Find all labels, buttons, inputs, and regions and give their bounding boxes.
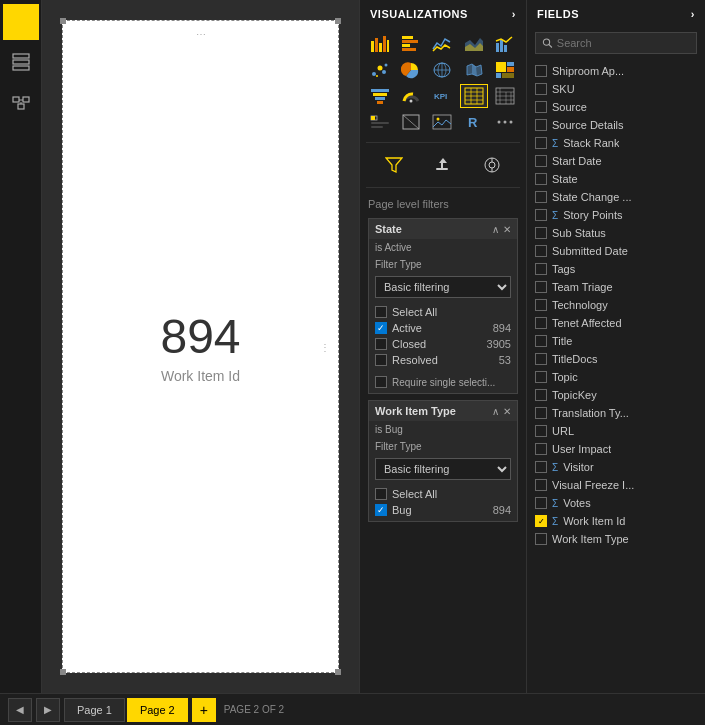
field-checkbox[interactable] [535,65,547,77]
viz-shape-icon[interactable] [397,110,425,134]
field-checkbox[interactable] [535,317,547,329]
page-next-btn[interactable]: ▶ [36,698,60,722]
viz-bar-icon[interactable] [366,32,394,56]
field-item[interactable]: Start Date [527,152,705,170]
viz-col-icon[interactable] [397,32,425,56]
right-handle[interactable]: ⋮ [320,341,330,352]
field-checkbox[interactable] [535,335,547,347]
state-filter-option-resolved[interactable]: Resolved 53 [375,352,511,368]
field-checkbox[interactable] [535,281,547,293]
field-item[interactable]: ΣVisitor [527,458,705,476]
field-checkbox[interactable] [535,263,547,275]
field-item[interactable]: Tenet Affected [527,314,705,332]
report-icon[interactable] [3,4,39,40]
viz-kpi-icon[interactable]: KPI [428,84,456,108]
field-item[interactable]: Source Details [527,116,705,134]
work-item-type-bug-checkbox[interactable] [375,504,387,516]
field-checkbox[interactable] [535,353,547,365]
viz-image-icon[interactable] [428,110,456,134]
field-checkbox[interactable] [535,479,547,491]
field-item[interactable]: State Change ... [527,188,705,206]
field-item[interactable]: Visual Freeze I... [527,476,705,494]
state-filter-collapse[interactable]: ∧ [492,224,499,235]
work-item-type-filter-option-selectall[interactable]: Select All [375,486,511,502]
viz-panel-chevron[interactable]: › [512,8,516,20]
viz-gauge-icon[interactable] [397,84,425,108]
field-item[interactable]: Work Item Type [527,530,705,548]
field-checkbox[interactable] [535,389,547,401]
viz-scatter-icon[interactable] [366,58,394,82]
field-item[interactable]: ΣStory Points [527,206,705,224]
resize-handle-tr[interactable] [335,18,341,24]
state-select-all-checkbox[interactable] [375,306,387,318]
viz-area-icon[interactable] [460,32,488,56]
field-checkbox[interactable] [535,497,547,509]
viz-r-icon[interactable]: R [460,110,488,134]
field-checkbox[interactable] [535,299,547,311]
field-item[interactable]: Shiproom Ap... [527,62,705,80]
field-item[interactable]: Sub Status [527,224,705,242]
state-resolved-checkbox[interactable] [375,354,387,366]
field-item[interactable]: Tags [527,260,705,278]
work-item-type-filter-close[interactable]: ✕ [503,406,511,417]
state-closed-checkbox[interactable] [375,338,387,350]
field-checkbox[interactable] [535,407,547,419]
page-tab-1[interactable]: Page 1 [64,698,125,722]
field-item[interactable]: ΣStack Rank [527,134,705,152]
viz-combo-icon[interactable] [491,32,519,56]
field-item[interactable]: URL [527,422,705,440]
field-item[interactable]: Translation Ty... [527,404,705,422]
format-action-icon[interactable] [429,153,457,177]
require-single-checkbox[interactable] [375,376,387,388]
field-item[interactable]: ΣWork Item Id [527,512,705,530]
field-item[interactable]: Submitted Date [527,242,705,260]
field-checkbox[interactable] [535,101,547,113]
resize-handle-tl[interactable] [60,18,66,24]
viz-more-icon[interactable] [491,110,519,134]
resize-handle-bl[interactable] [60,669,66,675]
fields-panel-chevron[interactable]: › [691,8,695,20]
page-tab-2[interactable]: Page 2 [127,698,188,722]
state-filter-option-closed[interactable]: Closed 3905 [375,336,511,352]
field-checkbox[interactable] [535,137,547,149]
field-item[interactable]: Team Triage [527,278,705,296]
state-filter-close[interactable]: ✕ [503,224,511,235]
field-checkbox[interactable] [535,173,547,185]
field-item[interactable]: Technology [527,296,705,314]
field-checkbox[interactable] [535,209,547,221]
page-add-button[interactable]: + [192,698,216,722]
field-item[interactable]: User Impact [527,440,705,458]
work-item-type-filter-option-bug[interactable]: Bug 894 [375,502,511,518]
field-item[interactable]: Topic [527,368,705,386]
resize-handle-br[interactable] [335,669,341,675]
field-item[interactable]: ΣVotes [527,494,705,512]
state-filter-option-selectall[interactable]: Select All [375,304,511,320]
viz-funnel-icon[interactable] [366,84,394,108]
filter-action-icon[interactable] [380,153,408,177]
viz-filled-map-icon[interactable] [460,58,488,82]
canvas-frame[interactable]: ⋯ ⋮ 894 Work Item Id [62,20,339,673]
page-prev-btn[interactable]: ◀ [8,698,32,722]
field-checkbox[interactable] [535,515,547,527]
viz-matrix-icon[interactable] [491,84,519,108]
field-item[interactable]: SKU [527,80,705,98]
field-item[interactable]: TopicKey [527,386,705,404]
state-filter-select[interactable]: Basic filtering [375,276,511,298]
field-checkbox[interactable] [535,425,547,437]
viz-pie-icon[interactable] [397,58,425,82]
fields-search-box[interactable] [535,32,697,54]
work-item-type-filter-select[interactable]: Basic filtering [375,458,511,480]
field-checkbox[interactable] [535,461,547,473]
field-item[interactable]: State [527,170,705,188]
field-checkbox[interactable] [535,155,547,167]
field-checkbox[interactable] [535,371,547,383]
model-icon[interactable] [3,84,39,120]
field-checkbox[interactable] [535,245,547,257]
viz-map-icon[interactable] [428,58,456,82]
viz-table-icon[interactable] [460,84,488,108]
data-icon[interactable] [3,44,39,80]
field-checkbox[interactable] [535,191,547,203]
analytics-action-icon[interactable] [478,153,506,177]
field-checkbox[interactable] [535,533,547,545]
fields-search-input[interactable] [557,37,690,49]
